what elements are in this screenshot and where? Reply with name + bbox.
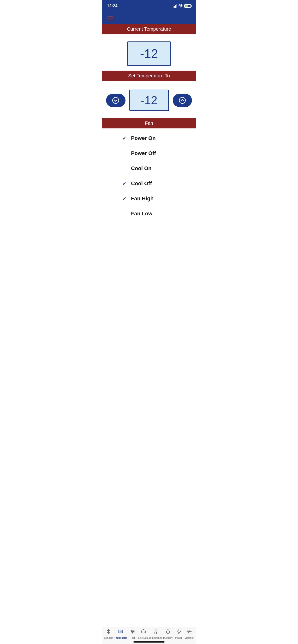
wifi-icon: [179, 4, 183, 8]
fan-section: Fan ✓ Power On Power Off Cool On ✓ Cool …: [102, 118, 196, 224]
nav-bar: [102, 12, 196, 24]
current-temp-section: -12: [102, 34, 196, 71]
check-cool-off: ✓: [121, 181, 127, 186]
fan-option-fan-low[interactable]: Fan Low: [121, 206, 177, 222]
set-temp-header: Set Temperature To: [102, 71, 196, 81]
svg-point-2: [179, 97, 186, 104]
label-power-off: Power Off: [131, 150, 156, 156]
fan-option-power-on[interactable]: ✓ Power On: [121, 131, 177, 146]
menu-button[interactable]: [107, 16, 113, 20]
time-display: 12:24: [107, 4, 117, 8]
set-temp-value: -12: [129, 90, 169, 111]
charging-icon: ⚡: [186, 5, 188, 7]
label-fan-low: Fan Low: [131, 210, 152, 217]
svg-point-1: [112, 97, 119, 104]
check-fan-high: ✓: [121, 196, 127, 202]
fan-option-fan-high[interactable]: ✓ Fan High: [121, 191, 177, 206]
fan-option-power-off[interactable]: Power Off: [121, 146, 177, 161]
svg-point-0: [181, 7, 181, 7]
battery-icon: ⚡: [184, 4, 191, 8]
fan-option-cool-on[interactable]: Cool On: [121, 161, 177, 176]
label-cool-on: Cool On: [131, 165, 152, 172]
set-temp-section: -12: [102, 81, 196, 118]
increment-button[interactable]: [173, 94, 192, 107]
label-fan-high: Fan High: [131, 196, 154, 202]
status-bar: 12:24 ⚡: [102, 0, 196, 12]
fan-header: Fan: [102, 118, 196, 128]
current-temp-value: -12: [127, 42, 171, 66]
current-temp-header: Current Temperature: [102, 24, 196, 34]
status-icons: ⚡: [173, 4, 191, 8]
label-cool-off: Cool Off: [131, 180, 152, 187]
decrement-button[interactable]: [106, 94, 125, 107]
signal-icon: [173, 4, 177, 8]
label-power-on: Power On: [131, 135, 156, 141]
fan-options-list: ✓ Power On Power Off Cool On ✓ Cool Off …: [102, 128, 196, 224]
fan-option-cool-off[interactable]: ✓ Cool Off: [121, 176, 177, 191]
check-power-on: ✓: [121, 135, 127, 141]
